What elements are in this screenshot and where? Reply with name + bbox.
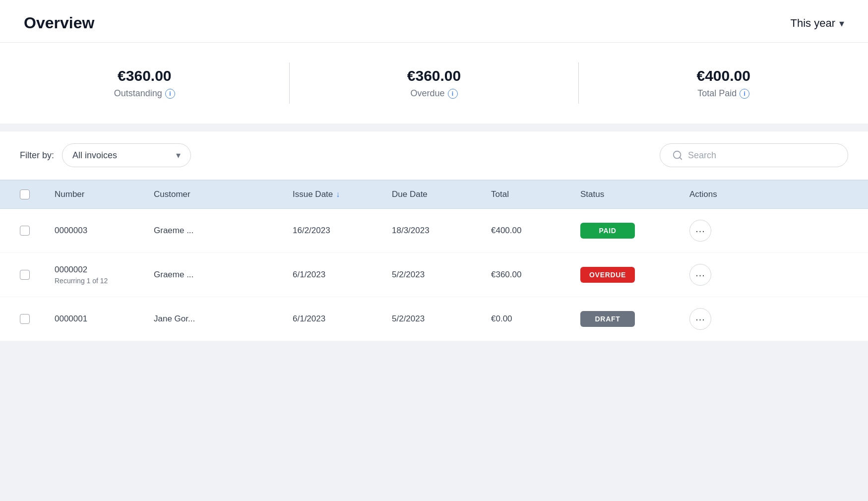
invoices-table: Number Customer Issue Date ↓ Due Date To… xyxy=(0,180,868,341)
invoice-total: €360.00 xyxy=(491,270,580,280)
total-paid-label: Total Paid xyxy=(697,88,737,99)
table-header: Number Customer Issue Date ↓ Due Date To… xyxy=(0,180,868,209)
invoice-customer: Graeme ... xyxy=(154,270,293,280)
actions-menu-button[interactable]: ··· xyxy=(689,308,711,330)
row-checkbox[interactable] xyxy=(20,270,30,280)
invoice-due-date: 5/2/2023 xyxy=(392,314,491,324)
invoice-actions: ··· xyxy=(689,264,749,286)
invoice-issue-date: 6/1/2023 xyxy=(293,314,392,324)
invoice-status: PAID xyxy=(580,223,689,239)
status-badge: OVERDUE xyxy=(580,267,635,283)
recurring-badge: Recurring 1 of 12 xyxy=(55,277,154,285)
dropdown-chevron-icon: ▾ xyxy=(176,150,181,161)
actions-menu-button[interactable]: ··· xyxy=(689,220,711,242)
table-row: 0000002 Recurring 1 of 12 Graeme ... 6/1… xyxy=(0,253,868,297)
invoice-number: 0000001 xyxy=(55,314,154,324)
row-checkbox-cell xyxy=(20,270,55,280)
search-placeholder: Search xyxy=(688,150,716,161)
page-title: Overview xyxy=(24,14,94,32)
invoice-status: DRAFT xyxy=(580,311,689,327)
invoice-issue-date: 6/1/2023 xyxy=(293,270,392,280)
stat-overdue: €360.00 Overdue i xyxy=(290,63,579,104)
invoice-filter-dropdown[interactable]: All invoices ▾ xyxy=(62,143,191,167)
filter-by-label: Filter by: xyxy=(20,150,54,161)
invoice-actions: ··· xyxy=(689,308,749,330)
invoice-issue-date: 16/2/2023 xyxy=(293,226,392,236)
invoice-number: 0000002 xyxy=(55,265,154,275)
total-paid-info-icon[interactable]: i xyxy=(740,89,749,99)
header-checkbox-cell xyxy=(20,189,55,199)
invoice-number-multi: 0000002 Recurring 1 of 12 xyxy=(55,265,154,285)
search-icon xyxy=(672,150,683,161)
row-checkbox-cell xyxy=(20,314,55,324)
stat-total-paid: €400.00 Total Paid i xyxy=(579,63,868,104)
outstanding-info-icon[interactable]: i xyxy=(165,89,175,99)
col-status: Status xyxy=(580,189,689,199)
period-label: This year xyxy=(791,17,835,30)
invoice-number: 0000003 xyxy=(55,226,154,236)
sort-arrow-icon: ↓ xyxy=(336,190,340,199)
status-badge: PAID xyxy=(580,223,635,239)
overdue-value: €360.00 xyxy=(407,67,461,84)
outstanding-value: €360.00 xyxy=(118,67,171,84)
col-actions: Actions xyxy=(689,189,749,199)
invoice-total: €0.00 xyxy=(491,314,580,324)
table-row: 0000001 Jane Gor... 6/1/2023 5/2/2023 €0… xyxy=(0,297,868,341)
invoice-customer: Jane Gor... xyxy=(154,314,293,324)
table-row: 0000003 Graeme ... 16/2/2023 18/3/2023 €… xyxy=(0,209,868,253)
select-all-checkbox[interactable] xyxy=(20,189,30,199)
period-selector[interactable]: This year ▾ xyxy=(791,17,844,30)
col-total: Total xyxy=(491,189,580,199)
col-customer: Customer xyxy=(154,189,293,199)
row-checkbox[interactable] xyxy=(20,314,30,324)
outstanding-label: Outstanding xyxy=(114,88,162,99)
chevron-down-icon: ▾ xyxy=(839,17,844,29)
invoice-due-date: 18/3/2023 xyxy=(392,226,491,236)
col-due-date: Due Date xyxy=(392,189,491,199)
invoice-total: €400.00 xyxy=(491,226,580,236)
invoice-due-date: 5/2/2023 xyxy=(392,270,491,280)
col-issue-date[interactable]: Issue Date ↓ xyxy=(293,189,392,199)
overdue-info-icon[interactable]: i xyxy=(448,89,458,99)
invoice-actions: ··· xyxy=(689,220,749,242)
actions-menu-button[interactable]: ··· xyxy=(689,264,711,286)
stat-outstanding: €360.00 Outstanding i xyxy=(0,63,290,104)
total-paid-value: €400.00 xyxy=(696,67,750,84)
invoice-status: OVERDUE xyxy=(580,267,689,283)
search-input[interactable]: Search xyxy=(660,143,848,167)
row-checkbox-cell xyxy=(20,226,55,236)
filter-dropdown-value: All invoices xyxy=(72,150,117,161)
col-number: Number xyxy=(55,189,154,199)
stats-section: €360.00 Outstanding i €360.00 Overdue i … xyxy=(0,43,868,124)
overdue-label: Overdue xyxy=(410,88,444,99)
svg-line-1 xyxy=(680,157,682,159)
filter-section: Filter by: All invoices ▾ Search xyxy=(0,131,868,179)
invoice-customer: Graeme ... xyxy=(154,226,293,236)
status-badge: DRAFT xyxy=(580,311,635,327)
row-checkbox[interactable] xyxy=(20,226,30,236)
